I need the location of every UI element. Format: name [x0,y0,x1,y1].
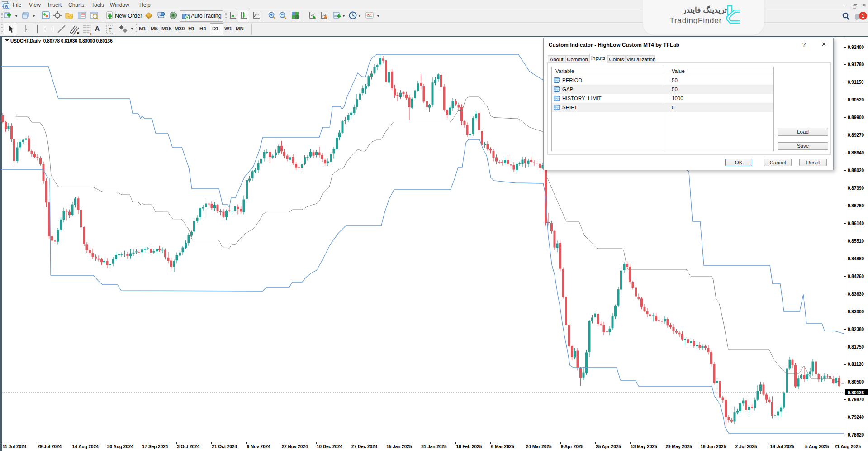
svg-text:25 Apr 2025: 25 Apr 2025 [596,444,621,449]
svg-text:0.83000: 0.83000 [848,309,864,314]
svg-text:0.80136: 0.80136 [848,390,864,395]
svg-text:16 Jun 2025: 16 Jun 2025 [701,444,726,449]
svg-text:0.81750: 0.81750 [848,345,864,350]
svg-text:0.88020: 0.88020 [848,168,864,173]
svg-text:0.80500: 0.80500 [848,379,864,384]
svg-text:0.84260: 0.84260 [848,274,864,279]
svg-text:5 Aug 2025: 5 Aug 2025 [805,444,829,449]
svg-text:0.88640: 0.88640 [848,150,864,155]
svg-text:0.83630: 0.83630 [848,292,864,297]
svg-text:14 Aug 2024: 14 Aug 2024 [72,444,99,449]
svg-text:27 Dec 2024: 27 Dec 2024 [351,444,378,449]
svg-text:0.90520: 0.90520 [848,97,864,102]
svg-text:USDCHF,Daily 0.80778 0.81036: USDCHF,Daily 0.80778 0.81036 0.80000 0.8… [10,38,113,43]
svg-text:18 Feb 2025: 18 Feb 2025 [456,444,482,449]
svg-text:0.86140: 0.86140 [848,221,864,226]
svg-text:0.87390: 0.87390 [848,186,864,191]
svg-text:T: T [109,27,112,33]
svg-text:F: F [90,32,93,35]
svg-text:0.79870: 0.79870 [848,397,864,402]
svg-text:1: 1 [862,13,864,19]
svg-text:22 Nov 2024: 22 Nov 2024 [282,444,308,449]
svg-text:6 Nov 2024: 6 Nov 2024 [247,444,271,449]
svg-text:18 Jul 2025: 18 Jul 2025 [770,444,795,449]
svg-text:0.78620: 0.78620 [848,432,864,437]
svg-text:0.84880: 0.84880 [848,256,864,261]
svg-text:0.85510: 0.85510 [848,239,864,244]
svg-text:0.79240: 0.79240 [848,415,864,420]
svg-text:15 Jan 2025: 15 Jan 2025 [386,444,412,449]
svg-text:0.86760: 0.86760 [848,203,864,208]
svg-text:0.92400: 0.92400 [848,45,864,50]
svg-text:9 Apr 2025: 9 Apr 2025 [561,444,584,449]
svg-text:30 Aug 2024: 30 Aug 2024 [107,444,133,449]
svg-text:10 Dec 2024: 10 Dec 2024 [317,444,343,449]
svg-text:0.89270: 0.89270 [848,133,864,138]
svg-text:3 Oct 2024: 3 Oct 2024 [177,444,199,449]
svg-text:0.89900: 0.89900 [848,115,864,120]
svg-text:21 Oct 2024: 21 Oct 2024 [212,444,237,449]
svg-text:21 Aug 2025: 21 Aug 2025 [835,444,861,449]
svg-text:17 Sep 2024: 17 Sep 2024 [142,444,168,449]
svg-text:0.82380: 0.82380 [848,327,864,332]
svg-text:0.91780: 0.91780 [848,62,864,67]
svg-text:13 May 2025: 13 May 2025 [631,444,657,449]
svg-text:31 Jan 2025: 31 Jan 2025 [421,444,447,449]
svg-text:0.81120: 0.81120 [848,362,864,367]
svg-text:2 Jul 2025: 2 Jul 2025 [735,444,757,449]
svg-text:W: W [5,5,8,8]
svg-text:6 Mar 2025: 6 Mar 2025 [491,444,515,449]
svg-text:0.91150: 0.91150 [848,80,864,85]
svg-text:E: E [77,31,80,35]
svg-text:24 Mar 2025: 24 Mar 2025 [526,444,552,449]
svg-text:11 Jul 2024: 11 Jul 2024 [3,444,27,449]
svg-text:29 Jul 2024: 29 Jul 2024 [38,444,62,449]
svg-text:29 May 2025: 29 May 2025 [665,444,692,449]
